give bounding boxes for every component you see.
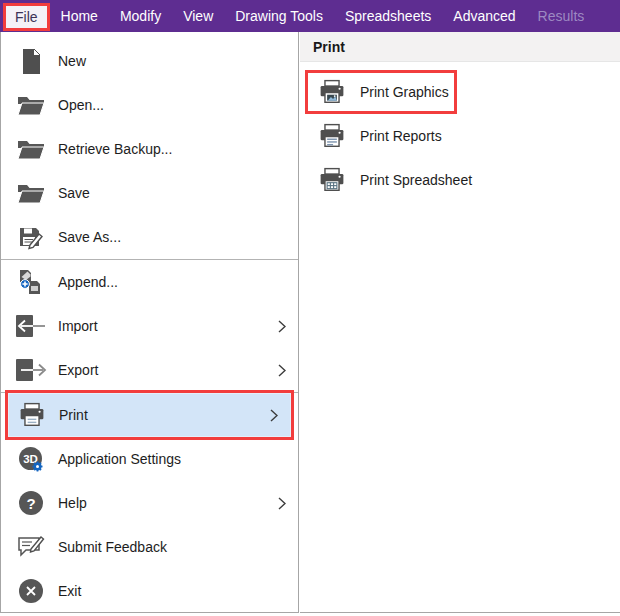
menu-item-open[interactable]: Open...: [1, 83, 298, 127]
settings-3d-icon: 3D: [15, 444, 47, 474]
menu-item-save-as[interactable]: Save As...: [1, 215, 298, 259]
menu-item-label: Print: [59, 407, 88, 423]
menu-item-label: Submit Feedback: [58, 539, 167, 555]
menu-item-label: Open...: [58, 97, 104, 113]
menu-item-label: Retrieve Backup...: [58, 141, 172, 157]
save-as-icon: [15, 222, 47, 252]
menubar-item-advanced[interactable]: Advanced: [442, 0, 526, 32]
append-icon: [15, 267, 47, 297]
menu-item-exit[interactable]: Exit: [1, 569, 298, 613]
menu-item-help[interactable]: ? Help: [1, 481, 298, 525]
submenu-item-label: Print Spreadsheet: [360, 172, 472, 188]
menubar-item-view[interactable]: View: [172, 0, 224, 32]
submenu-item-label: Print Graphics: [360, 84, 449, 100]
menu-item-label: Save As...: [58, 229, 121, 245]
menu-item-label: New: [58, 53, 86, 69]
chevron-right-icon: [278, 497, 286, 510]
help-icon: ?: [15, 488, 47, 518]
menubar-item-drawing-tools[interactable]: Drawing Tools: [224, 0, 334, 32]
svg-text:?: ?: [26, 495, 35, 512]
menubar-item-file[interactable]: File: [3, 3, 50, 31]
print-spreadsheet-icon: [317, 166, 347, 194]
menubar-item-modify[interactable]: Modify: [109, 0, 172, 32]
new-document-icon: [15, 46, 47, 76]
menu-item-label: Help: [58, 495, 87, 511]
menu-item-export[interactable]: Export: [1, 348, 298, 392]
submenu-item-print-spreadsheet[interactable]: Print Spreadsheet: [300, 158, 620, 202]
menu-item-save[interactable]: Save: [1, 171, 298, 215]
menu-item-append[interactable]: Append...: [1, 260, 298, 304]
menu-item-submit-feedback[interactable]: Submit Feedback: [1, 525, 298, 569]
menu-item-label: Application Settings: [58, 451, 181, 467]
print-graphics-icon: [317, 78, 347, 106]
chevron-right-icon: [278, 320, 286, 333]
import-icon: [15, 311, 47, 341]
submenu-item-label: Print Reports: [360, 128, 442, 144]
menu-item-application-settings[interactable]: 3D Application Settings: [1, 437, 298, 481]
menu-item-label: Save: [58, 185, 90, 201]
print-reports-icon: [317, 122, 347, 150]
menubar-item-results: Results: [527, 0, 596, 32]
menu-item-label: Append...: [58, 274, 118, 290]
feedback-icon: [15, 532, 47, 562]
print-submenu-panel: Print Print Graphics: [300, 32, 620, 613]
printer-icon: [16, 400, 48, 430]
menu-item-label: Export: [58, 362, 98, 378]
annotation-box-print: [5, 390, 294, 440]
print-submenu-header: Print: [300, 32, 620, 62]
menubar-item-spreadsheets[interactable]: Spreadsheets: [334, 0, 442, 32]
open-folder-icon: [15, 178, 47, 208]
menu-item-retrieve-backup[interactable]: Retrieve Backup...: [1, 127, 298, 171]
menubar-item-home[interactable]: Home: [50, 0, 109, 32]
menubar: File Home Modify View Drawing Tools Spre…: [0, 0, 620, 32]
chevron-right-icon: [278, 364, 286, 377]
submenu-item-print-graphics[interactable]: Print Graphics: [300, 70, 620, 114]
menu-item-new[interactable]: New: [1, 39, 298, 83]
export-icon: [15, 355, 47, 385]
menu-item-import[interactable]: Import: [1, 304, 298, 348]
exit-icon: [15, 576, 47, 606]
chevron-right-icon: [270, 409, 278, 422]
menu-item-label: Exit: [58, 583, 81, 599]
menu-item-label: Import: [58, 318, 98, 334]
open-folder-icon: [15, 90, 47, 120]
submenu-item-print-reports[interactable]: Print Reports: [300, 114, 620, 158]
file-menu-dropdown: New Open... Retrieve Backup... Save: [0, 32, 299, 613]
open-folder-icon: [15, 134, 47, 164]
menu-item-print[interactable]: Print: [8, 393, 291, 437]
